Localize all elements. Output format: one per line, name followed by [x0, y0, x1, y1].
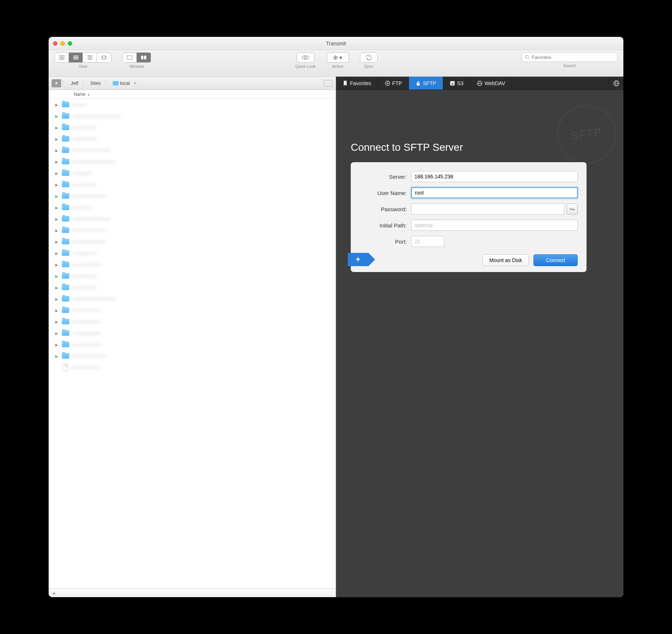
initialpath-input[interactable]: [411, 220, 578, 231]
tab-webdav[interactable]: WebDAV: [470, 77, 512, 90]
disclosure-triangle-icon[interactable]: ▶: [55, 251, 59, 255]
list-item[interactable]: ▶——————: [49, 316, 336, 327]
server-input[interactable]: [411, 171, 578, 182]
list-item[interactable]: ▶—————: [49, 270, 336, 282]
list-item[interactable]: ▶——————: [49, 339, 336, 350]
add-favorite-button[interactable]: +: [348, 253, 368, 266]
disclosure-triangle-icon[interactable]: [55, 366, 59, 369]
view-coverflow-button[interactable]: [97, 53, 111, 62]
disclosure-triangle-icon[interactable]: ▶: [55, 183, 59, 187]
file-name: ——————: [72, 262, 336, 267]
column-header-name[interactable]: Name▲: [49, 90, 336, 99]
list-item[interactable]: ▶—————: [49, 247, 336, 259]
disclosure-triangle-icon[interactable]: ▶: [55, 137, 59, 141]
quicklook-label: Quick Look: [295, 64, 315, 69]
svg-rect-21: [417, 83, 420, 86]
breadcrumb-0[interactable]: Jeff: [69, 80, 81, 86]
s3-icon: a: [450, 81, 455, 86]
list-item[interactable]: ▶———————: [49, 190, 336, 202]
disclosure-triangle-icon[interactable]: ▶: [55, 320, 59, 324]
disclosure-triangle-icon[interactable]: ▶: [55, 263, 59, 267]
file-list[interactable]: ▶———▶——————————▶—————▶—————▶————————▶———…: [49, 99, 336, 588]
disclosure-triangle-icon[interactable]: ▶: [55, 194, 59, 198]
path-root-button[interactable]: ★: [52, 79, 61, 87]
disclosure-triangle-icon[interactable]: ▶: [55, 240, 59, 244]
disclosure-triangle-icon[interactable]: ▶: [55, 103, 59, 107]
globe-button[interactable]: [609, 77, 623, 90]
view-columns-button[interactable]: [83, 53, 97, 62]
disclosure-triangle-icon[interactable]: ▶: [55, 149, 59, 152]
ftp-icon: [385, 81, 390, 86]
chevron-down-icon: ▼: [133, 81, 137, 85]
file-name: —————: [72, 250, 336, 256]
list-item[interactable]: ▶———————: [49, 224, 336, 236]
view-group: View: [55, 52, 111, 69]
sync-label: Sync: [364, 64, 373, 69]
list-item[interactable]: ▶————: [49, 202, 336, 213]
path-bar: ★ 〉 Jeff 〉 Sites 〉 local▼: [49, 77, 336, 90]
list-item[interactable]: ▶———————: [49, 236, 336, 247]
list-item[interactable]: ▶—————: [49, 133, 336, 144]
disclosure-triangle-icon[interactable]: ▲: [52, 591, 56, 595]
list-item[interactable]: ▶————————: [49, 144, 336, 156]
dual-pane-button[interactable]: [137, 53, 151, 62]
file-name: ———————: [72, 193, 336, 199]
svg-rect-3: [62, 58, 64, 60]
sync-button[interactable]: [360, 52, 378, 63]
single-pane-button[interactable]: [123, 53, 137, 62]
connect-button[interactable]: Connect: [533, 254, 578, 266]
list-item[interactable]: ▶——————————: [49, 110, 336, 122]
quicklook-button[interactable]: [297, 52, 314, 63]
svg-rect-8: [89, 56, 91, 59]
list-item[interactable]: ▶———: [49, 99, 336, 110]
list-item[interactable]: ▶——————: [49, 327, 336, 339]
tab-ftp[interactable]: FTP: [378, 77, 409, 90]
file-name: ———————: [72, 353, 336, 359]
disclosure-triangle-icon[interactable]: ▶: [55, 217, 59, 221]
tab-sftp[interactable]: SFTP: [409, 77, 443, 90]
list-item[interactable]: ▶—————: [49, 179, 336, 190]
disclosure-triangle-icon[interactable]: ▶: [55, 274, 59, 278]
tab-s3[interactable]: a S3: [443, 77, 470, 90]
folder-icon: [62, 319, 69, 324]
view-list-button[interactable]: [69, 53, 83, 62]
key-button[interactable]: 🗝: [567, 203, 578, 215]
username-input[interactable]: [411, 187, 578, 198]
disclosure-triangle-icon[interactable]: ▶: [55, 114, 59, 118]
breadcrumb-2[interactable]: local▼: [111, 80, 139, 86]
disclosure-triangle-icon[interactable]: ▶: [55, 354, 59, 358]
disk-selector-button[interactable]: [324, 80, 333, 87]
disclosure-triangle-icon[interactable]: ▶: [55, 206, 59, 209]
toolbar: View Window Quick Look ✻ ▾ Action Sync: [49, 50, 623, 77]
disclosure-triangle-icon[interactable]: ▶: [55, 309, 59, 312]
disclosure-triangle-icon[interactable]: ▶: [55, 126, 59, 129]
disclosure-triangle-icon[interactable]: ▶: [55, 171, 59, 175]
disclosure-triangle-icon[interactable]: ▶: [55, 229, 59, 232]
action-button[interactable]: ✻ ▾: [327, 52, 349, 63]
mount-as-disk-button[interactable]: Mount as Disk: [482, 254, 529, 266]
disclosure-triangle-icon[interactable]: ▶: [55, 297, 59, 301]
view-icons-button[interactable]: [55, 53, 69, 62]
list-item[interactable]: ▶——————: [49, 259, 336, 270]
search-box[interactable]: [522, 52, 617, 62]
list-item[interactable]: ▶—————————: [49, 156, 336, 167]
disclosure-triangle-icon[interactable]: ▶: [55, 286, 59, 289]
list-item[interactable]: ▶—————: [49, 122, 336, 133]
window-label: Window: [129, 64, 144, 69]
folder-icon: [62, 307, 69, 313]
list-item[interactable]: ▶————: [49, 167, 336, 179]
list-item[interactable]: ▶————————: [49, 213, 336, 224]
list-item[interactable]: ——————: [49, 362, 336, 373]
password-input[interactable]: [411, 203, 564, 215]
list-item[interactable]: ▶—————: [49, 282, 336, 293]
disclosure-triangle-icon[interactable]: ▶: [55, 331, 59, 335]
breadcrumb-1[interactable]: Sites: [88, 80, 103, 86]
disclosure-triangle-icon[interactable]: ▶: [55, 343, 59, 346]
tab-favorites[interactable]: Favorites: [336, 77, 378, 90]
list-item[interactable]: ▶——————: [49, 304, 336, 316]
list-item[interactable]: ▶—————————: [49, 293, 336, 304]
search-input[interactable]: [532, 55, 614, 60]
list-item[interactable]: ▶———————: [49, 350, 336, 362]
port-input[interactable]: [411, 236, 444, 247]
disclosure-triangle-icon[interactable]: ▶: [55, 160, 59, 164]
